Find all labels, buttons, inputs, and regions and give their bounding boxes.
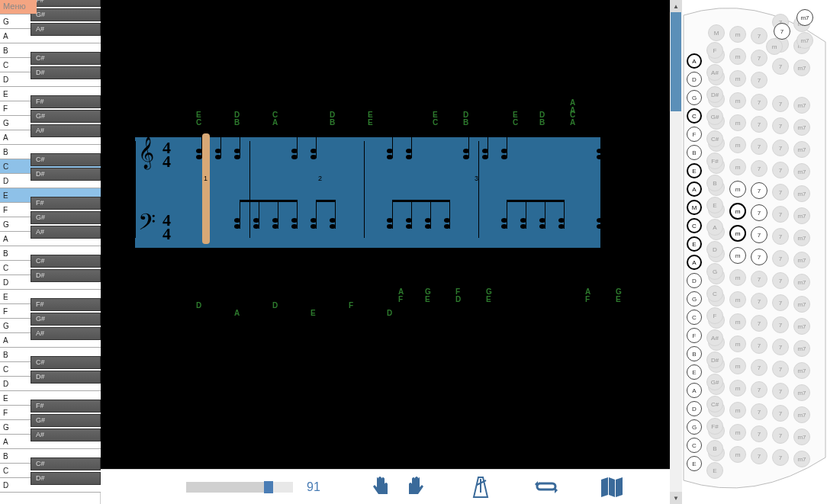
accordion-bass-button[interactable]: G xyxy=(687,90,702,105)
accordion-bass-button[interactable]: A xyxy=(687,181,702,197)
accordion-chord-button[interactable]: 7 xyxy=(751,116,767,133)
accordion-chord-button[interactable]: 7 xyxy=(751,138,767,155)
accordion-chord-button[interactable]: M xyxy=(708,24,725,41)
accordion-chord-button[interactable]: 7 xyxy=(751,403,767,420)
accordion-chord-button[interactable]: m xyxy=(729,92,746,109)
accordion-chord-button[interactable]: 7 xyxy=(772,383,789,400)
accordion-bass-button[interactable]: A xyxy=(687,255,702,270)
accordion-chord-button[interactable]: 7 xyxy=(751,381,767,398)
accordion-note-button[interactable]: F# xyxy=(706,152,723,169)
accordion-bass-button[interactable]: C xyxy=(687,218,702,233)
accordion-chord-button[interactable]: m7 xyxy=(793,141,810,158)
accordion-chord-button[interactable]: 7 xyxy=(751,271,767,287)
accordion-chord-button[interactable]: 7 xyxy=(751,27,767,44)
accordion-chord-button[interactable]: 7 xyxy=(772,449,789,466)
black-key[interactable]: C# xyxy=(31,52,101,65)
metronome-icon[interactable] xyxy=(468,475,493,499)
accordion-chord-button[interactable]: m xyxy=(729,358,746,374)
vertical-scrollbar[interactable]: ▲ ▼ xyxy=(670,0,682,504)
accordion-bass-button[interactable]: D xyxy=(687,72,702,87)
accordion-chord-button[interactable]: 7 xyxy=(751,94,767,111)
accordion-chord-button[interactable]: m xyxy=(729,70,746,87)
accordion-chord-button[interactable]: m xyxy=(729,26,746,43)
accordion-chord-button[interactable]: m7 xyxy=(793,362,810,379)
accordion-chord-button[interactable]: m7 xyxy=(793,185,810,202)
accordion-bass-button[interactable]: D xyxy=(687,401,702,416)
accordion-note-button[interactable]: C# xyxy=(706,130,723,147)
black-key[interactable]: F# xyxy=(31,298,101,311)
accordion-chord-button[interactable]: m xyxy=(729,269,746,286)
black-key[interactable]: G# xyxy=(31,110,101,123)
black-key[interactable]: A# xyxy=(31,23,101,36)
black-key[interactable]: A# xyxy=(31,226,101,239)
accordion-chord-button[interactable]: 7 xyxy=(751,226,767,243)
accordion-chord-button[interactable]: m xyxy=(766,38,783,55)
accordion-chord-button[interactable]: m xyxy=(729,335,746,352)
accordion-chord-button[interactable]: m xyxy=(729,159,746,175)
accordion-note-button[interactable]: D xyxy=(706,241,723,258)
accordion-note-button[interactable]: F xyxy=(706,42,723,59)
black-key[interactable]: G# xyxy=(31,313,101,326)
accordion-chord-button[interactable]: 7 xyxy=(772,206,789,223)
accordion-chord-button[interactable]: 7 xyxy=(772,405,789,422)
accordion-chord-button[interactable]: m xyxy=(729,48,746,65)
accordion-chord-button[interactable]: 7 xyxy=(772,427,789,444)
accordion-note-button[interactable]: E xyxy=(706,462,723,479)
accordion-chord-button[interactable]: 7 xyxy=(751,293,767,310)
black-key[interactable]: A# xyxy=(31,429,101,441)
scroll-thumb[interactable] xyxy=(671,12,681,111)
accordion-chord-button[interactable]: 7 xyxy=(751,315,767,332)
accordion-chord-button[interactable]: 7 xyxy=(751,249,767,265)
accordion-chord-button[interactable]: m xyxy=(729,225,746,242)
piano-keyboard[interactable]: Меню FF#GG#AA#BCC#DD#EFF#GG#AA#BCC#DD#EF… xyxy=(0,0,101,504)
left-hand-icon[interactable] xyxy=(369,475,394,499)
accordion-note-button[interactable]: E xyxy=(706,197,723,213)
accordion-chord-button[interactable]: 7 xyxy=(772,294,789,311)
black-key[interactable]: C# xyxy=(31,457,101,470)
accordion-panel[interactable]: ADGCFBEAMCEADGCFBEADGCEMm77m7Mm77m7Mm77m… xyxy=(682,0,827,504)
accordion-chord-button[interactable]: 7 xyxy=(772,117,789,134)
accordion-chord-button[interactable]: m xyxy=(729,380,746,396)
menu-button[interactable]: Меню xyxy=(0,0,37,14)
accordion-bass-button[interactable]: G xyxy=(687,291,702,307)
accordion-chord-button[interactable]: 7 xyxy=(751,337,767,354)
accordion-note-button[interactable]: G xyxy=(706,263,723,280)
accordion-note-button[interactable]: A xyxy=(706,219,723,236)
accordion-bass-button[interactable]: A xyxy=(687,53,702,69)
accordion-chord-button[interactable]: m7 xyxy=(793,406,810,423)
accordion-note-button[interactable]: B xyxy=(706,175,723,191)
accordion-note-button[interactable]: D# xyxy=(706,86,723,103)
accordion-bass-button[interactable]: B xyxy=(687,145,702,160)
accordion-note-button[interactable]: G# xyxy=(706,374,723,390)
accordion-chord-button[interactable]: 7 xyxy=(772,361,789,377)
accordion-bass-button[interactable]: G xyxy=(687,419,702,435)
scroll-down-icon[interactable]: ▼ xyxy=(670,492,682,504)
accordion-chord-button[interactable]: m7 xyxy=(793,207,810,224)
accordion-chord-button[interactable]: m xyxy=(729,114,746,131)
black-key[interactable]: G# xyxy=(31,8,101,21)
accordion-note-button[interactable]: G# xyxy=(706,108,723,125)
accordion-bass-button[interactable]: E xyxy=(687,364,702,380)
score-canvas[interactable]: 𝄞𝄢4444ECDBCADBEEECDBECDBCAAA123DADEFDAFG… xyxy=(101,0,670,469)
accordion-chord-button[interactable]: 7 xyxy=(772,140,789,156)
accordion-chord-button[interactable]: 7 xyxy=(751,359,767,376)
playhead[interactable] xyxy=(202,133,210,244)
accordion-chord-button[interactable]: 7 xyxy=(751,72,767,88)
accordion-note-button[interactable]: C xyxy=(706,285,723,302)
accordion-bass-button[interactable]: E xyxy=(687,236,702,252)
black-key[interactable]: F# xyxy=(31,197,101,210)
accordion-chord-button[interactable]: m xyxy=(729,247,746,264)
map-icon[interactable] xyxy=(600,475,624,499)
accordion-bass-button[interactable]: F xyxy=(687,328,702,343)
accordion-chord-button[interactable]: m xyxy=(729,402,746,419)
accordion-chord-button[interactable]: m xyxy=(729,291,746,308)
accordion-chord-button[interactable]: m xyxy=(729,424,746,441)
accordion-chord-button[interactable]: m7 xyxy=(793,163,810,180)
accordion-chord-button[interactable]: 7 xyxy=(772,228,789,245)
accordion-chord-button[interactable]: 7 xyxy=(772,316,789,333)
accordion-note-button[interactable]: D# xyxy=(706,352,723,368)
black-key[interactable]: D# xyxy=(31,472,101,485)
accordion-chord-button[interactable]: 7 xyxy=(751,448,767,464)
accordion-chord-button[interactable]: m7 xyxy=(793,252,810,268)
accordion-chord-button[interactable]: 7 xyxy=(751,425,767,442)
